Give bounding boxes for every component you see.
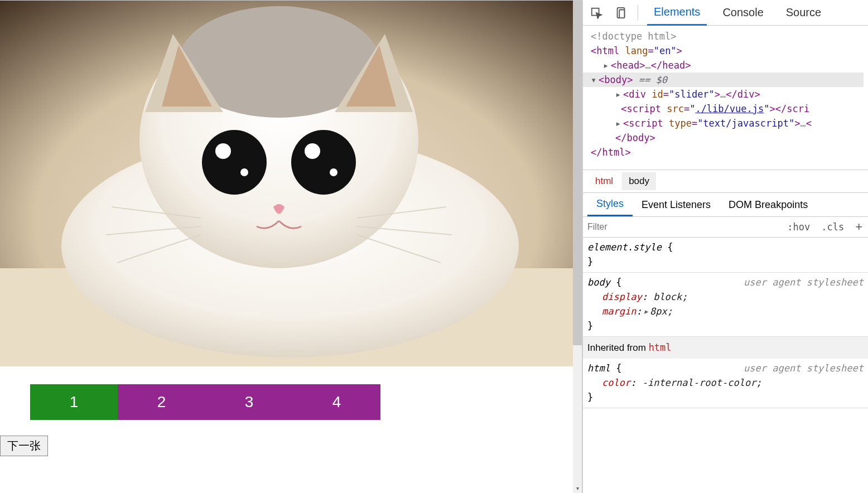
devtools-panel: Elements Console Source <!doctype html> … bbox=[582, 0, 868, 493]
styles-tab-listeners[interactable]: Event Listeners bbox=[633, 193, 720, 216]
scroll-down-icon[interactable]: ▾ bbox=[574, 485, 581, 492]
svg-point-5 bbox=[202, 130, 267, 195]
devtools-toolbar: Elements Console Source bbox=[583, 0, 868, 26]
styles-tab-styles[interactable]: Styles bbox=[587, 193, 633, 216]
rule-body[interactable]: body {user agent stylesheet display: blo… bbox=[583, 273, 868, 337]
crumb-html[interactable]: html bbox=[589, 172, 620, 190]
inspect-element-icon[interactable] bbox=[589, 5, 604, 21]
dom-body-close[interactable]: </body> bbox=[591, 130, 864, 145]
add-rule-icon[interactable]: + bbox=[850, 220, 868, 234]
tab-sources[interactable]: Source bbox=[779, 0, 828, 26]
styles-tab-breakpoints[interactable]: DOM Breakpoints bbox=[720, 193, 817, 216]
slider-image bbox=[0, 1, 573, 366]
dom-tree[interactable]: <!doctype html> <html lang="en"> ▸<head>… bbox=[583, 26, 868, 170]
styles-filter-input[interactable] bbox=[583, 222, 782, 232]
hov-toggle[interactable]: :hov bbox=[782, 221, 816, 233]
pager-item-3[interactable]: 3 bbox=[205, 384, 293, 420]
svg-point-9 bbox=[240, 168, 248, 176]
pager: 1 2 3 4 bbox=[30, 384, 582, 420]
style-rules[interactable]: element.style { } body {user agent style… bbox=[583, 238, 868, 493]
svg-point-8 bbox=[305, 143, 320, 159]
rule-element-style[interactable]: element.style { } bbox=[583, 238, 868, 273]
pager-item-2[interactable]: 2 bbox=[118, 384, 205, 420]
dom-doctype[interactable]: <!doctype html> bbox=[591, 29, 864, 44]
dom-div-slider[interactable]: ▸<div id="slider">…</div> bbox=[591, 87, 864, 102]
dom-head[interactable]: ▸<head>…</head> bbox=[591, 58, 864, 72]
tab-console[interactable]: Console bbox=[716, 0, 770, 26]
tab-elements[interactable]: Elements bbox=[647, 0, 707, 26]
styles-filter-row: :hov .cls + bbox=[583, 216, 868, 238]
svg-point-7 bbox=[215, 143, 231, 159]
dom-body-open[interactable]: ▾<body> == $0 bbox=[583, 72, 864, 87]
pager-item-4[interactable]: 4 bbox=[293, 384, 380, 420]
svg-point-6 bbox=[291, 130, 356, 195]
dom-script-js[interactable]: ▸<script type="text/javascript">…< bbox=[591, 116, 864, 130]
webpage-viewport: 1 2 3 4 下一张 ▾ bbox=[0, 0, 582, 493]
svg-point-10 bbox=[330, 168, 337, 176]
cls-toggle[interactable]: .cls bbox=[816, 221, 850, 233]
dom-script-vue[interactable]: <script src="./lib/vue.js"></scri bbox=[591, 102, 864, 116]
dom-breadcrumb: html body bbox=[583, 170, 868, 193]
next-button[interactable]: 下一张 bbox=[0, 436, 48, 456]
styles-tabs: Styles Event Listeners DOM Breakpoints bbox=[583, 193, 868, 216]
device-toggle-icon[interactable] bbox=[613, 5, 629, 21]
rule-html[interactable]: html {user agent stylesheet color: -inte… bbox=[583, 359, 868, 408]
scrollbar-thumb[interactable] bbox=[573, 1, 582, 345]
inherit-from-html: Inherited from html bbox=[583, 337, 868, 359]
pager-item-1[interactable]: 1 bbox=[30, 384, 118, 420]
dom-html-close[interactable]: </html> bbox=[591, 145, 864, 160]
cat-illustration bbox=[0, 1, 573, 366]
svg-rect-19 bbox=[619, 9, 624, 18]
dom-html-open[interactable]: <html lang="en"> bbox=[591, 44, 864, 58]
crumb-body[interactable]: body bbox=[622, 172, 656, 190]
page-scrollbar[interactable]: ▾ bbox=[573, 1, 582, 493]
